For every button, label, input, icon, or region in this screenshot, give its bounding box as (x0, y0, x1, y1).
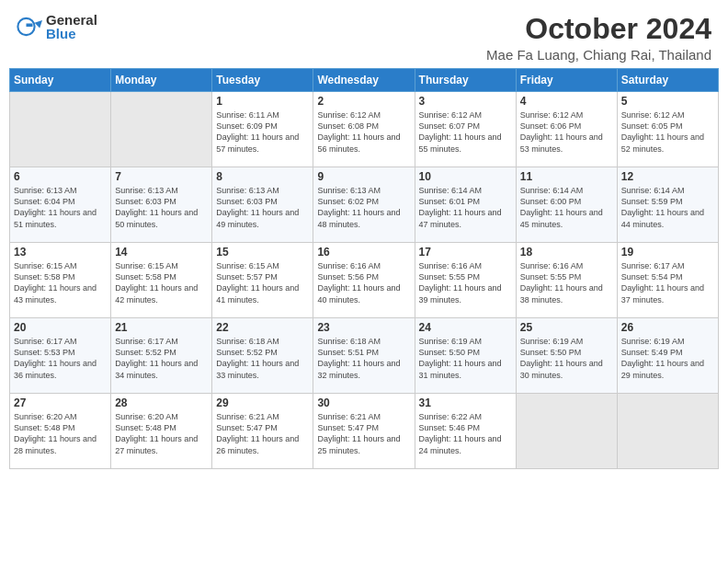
calendar-cell: 24Sunrise: 6:19 AMSunset: 5:50 PMDayligh… (415, 318, 516, 394)
day-number: 10 (419, 170, 512, 183)
day-number: 4 (520, 95, 613, 108)
calendar-cell: 22Sunrise: 6:18 AMSunset: 5:52 PMDayligh… (212, 318, 313, 394)
calendar: Sunday Monday Tuesday Wednesday Thursday… (0, 68, 728, 563)
col-monday: Monday (111, 69, 212, 92)
calendar-cell: 30Sunrise: 6:21 AMSunset: 5:47 PMDayligh… (313, 394, 415, 469)
day-number: 17 (419, 246, 512, 259)
svg-marker-1 (35, 20, 42, 28)
cell-info: Sunrise: 6:19 AMSunset: 5:50 PMDaylight:… (520, 336, 613, 381)
day-number: 28 (115, 396, 208, 409)
calendar-cell: 7Sunrise: 6:13 AMSunset: 6:03 PMDaylight… (111, 167, 212, 243)
day-number: 13 (14, 246, 107, 259)
cell-info: Sunrise: 6:19 AMSunset: 5:50 PMDaylight:… (419, 336, 512, 381)
calendar-cell: 21Sunrise: 6:17 AMSunset: 5:52 PMDayligh… (111, 318, 212, 394)
cell-info: Sunrise: 6:18 AMSunset: 5:52 PMDaylight:… (216, 336, 309, 381)
calendar-cell: 3Sunrise: 6:12 AMSunset: 6:07 PMDaylight… (415, 92, 516, 167)
cell-info: Sunrise: 6:13 AMSunset: 6:03 PMDaylight:… (115, 185, 208, 230)
day-number: 22 (216, 321, 309, 334)
day-number: 19 (621, 246, 714, 259)
cell-info: Sunrise: 6:13 AMSunset: 6:04 PMDaylight:… (14, 185, 107, 230)
logo-blue-text: Blue (46, 27, 97, 40)
subtitle: Mae Fa Luang, Chiang Rai, Thailand (486, 47, 711, 63)
calendar-week-row: 6Sunrise: 6:13 AMSunset: 6:04 PMDaylight… (10, 167, 719, 243)
calendar-cell: 20Sunrise: 6:17 AMSunset: 5:53 PMDayligh… (10, 318, 111, 394)
col-saturday: Saturday (617, 69, 718, 92)
day-number: 30 (317, 396, 410, 409)
header: General Blue October 2024 Mae Fa Luang, … (0, 0, 728, 68)
calendar-cell: 10Sunrise: 6:14 AMSunset: 6:01 PMDayligh… (415, 167, 516, 243)
cell-info: Sunrise: 6:12 AMSunset: 6:07 PMDaylight:… (419, 109, 512, 155)
calendar-cell: 16Sunrise: 6:16 AMSunset: 5:56 PMDayligh… (313, 243, 415, 318)
day-number: 3 (419, 95, 512, 108)
calendar-table: Sunday Monday Tuesday Wednesday Thursday… (9, 68, 719, 469)
calendar-cell: 19Sunrise: 6:17 AMSunset: 5:54 PMDayligh… (617, 243, 718, 318)
logo: General Blue (17, 13, 97, 40)
day-number: 9 (317, 170, 410, 183)
cell-info: Sunrise: 6:14 AMSunset: 5:59 PMDaylight:… (621, 185, 714, 230)
calendar-cell: 29Sunrise: 6:21 AMSunset: 5:47 PMDayligh… (212, 394, 313, 469)
day-number: 15 (216, 246, 309, 259)
calendar-cell: 13Sunrise: 6:15 AMSunset: 5:58 PMDayligh… (10, 243, 111, 318)
cell-info: Sunrise: 6:17 AMSunset: 5:53 PMDaylight:… (14, 336, 107, 381)
calendar-cell: 5Sunrise: 6:12 AMSunset: 6:05 PMDaylight… (617, 92, 718, 167)
calendar-cell: 18Sunrise: 6:16 AMSunset: 5:55 PMDayligh… (516, 243, 617, 318)
day-number: 24 (419, 321, 512, 334)
day-number: 1 (216, 95, 309, 108)
cell-info: Sunrise: 6:12 AMSunset: 6:05 PMDaylight:… (621, 109, 714, 155)
calendar-week-row: 1Sunrise: 6:11 AMSunset: 6:09 PMDaylight… (10, 92, 719, 167)
calendar-week-row: 13Sunrise: 6:15 AMSunset: 5:58 PMDayligh… (10, 243, 719, 318)
day-number: 7 (115, 170, 208, 183)
cell-info: Sunrise: 6:18 AMSunset: 5:51 PMDaylight:… (317, 336, 410, 381)
cell-info: Sunrise: 6:12 AMSunset: 6:08 PMDaylight:… (317, 109, 410, 155)
cell-info: Sunrise: 6:22 AMSunset: 5:46 PMDaylight:… (419, 411, 512, 456)
day-number: 23 (317, 321, 410, 334)
day-number: 16 (317, 246, 410, 259)
calendar-cell: 4Sunrise: 6:12 AMSunset: 6:06 PMDaylight… (516, 92, 617, 167)
cell-info: Sunrise: 6:14 AMSunset: 6:01 PMDaylight:… (419, 185, 512, 230)
cell-info: Sunrise: 6:17 AMSunset: 5:54 PMDaylight:… (621, 260, 714, 305)
calendar-cell: 2Sunrise: 6:12 AMSunset: 6:08 PMDaylight… (313, 92, 415, 167)
day-number: 29 (216, 396, 309, 409)
day-number: 26 (621, 321, 714, 334)
calendar-week-row: 20Sunrise: 6:17 AMSunset: 5:53 PMDayligh… (10, 318, 719, 394)
page: General Blue October 2024 Mae Fa Luang, … (0, 0, 728, 563)
calendar-cell (617, 394, 718, 469)
day-number: 21 (115, 321, 208, 334)
calendar-cell: 27Sunrise: 6:20 AMSunset: 5:48 PMDayligh… (10, 394, 111, 469)
cell-info: Sunrise: 6:16 AMSunset: 5:55 PMDaylight:… (419, 260, 512, 305)
calendar-cell: 26Sunrise: 6:19 AMSunset: 5:49 PMDayligh… (617, 318, 718, 394)
cell-info: Sunrise: 6:21 AMSunset: 5:47 PMDaylight:… (317, 411, 410, 456)
calendar-cell: 15Sunrise: 6:15 AMSunset: 5:57 PMDayligh… (212, 243, 313, 318)
logo-icon (17, 14, 42, 40)
calendar-cell: 1Sunrise: 6:11 AMSunset: 6:09 PMDaylight… (212, 92, 313, 167)
cell-info: Sunrise: 6:11 AMSunset: 6:09 PMDaylight:… (216, 109, 309, 155)
col-friday: Friday (516, 69, 617, 92)
day-number: 11 (520, 170, 613, 183)
cell-info: Sunrise: 6:21 AMSunset: 5:47 PMDaylight:… (216, 411, 309, 456)
cell-info: Sunrise: 6:15 AMSunset: 5:58 PMDaylight:… (115, 260, 208, 305)
header-row: Sunday Monday Tuesday Wednesday Thursday… (10, 69, 719, 92)
calendar-cell: 9Sunrise: 6:13 AMSunset: 6:02 PMDaylight… (313, 167, 415, 243)
calendar-cell (10, 92, 111, 167)
cell-info: Sunrise: 6:16 AMSunset: 5:55 PMDaylight:… (520, 260, 613, 305)
cell-info: Sunrise: 6:13 AMSunset: 6:02 PMDaylight:… (317, 185, 410, 230)
calendar-cell: 8Sunrise: 6:13 AMSunset: 6:03 PMDaylight… (212, 167, 313, 243)
cell-info: Sunrise: 6:20 AMSunset: 5:48 PMDaylight:… (14, 411, 107, 456)
cell-info: Sunrise: 6:17 AMSunset: 5:52 PMDaylight:… (115, 336, 208, 381)
calendar-cell: 25Sunrise: 6:19 AMSunset: 5:50 PMDayligh… (516, 318, 617, 394)
main-title: October 2024 (486, 13, 711, 45)
col-tuesday: Tuesday (212, 69, 313, 92)
calendar-cell: 14Sunrise: 6:15 AMSunset: 5:58 PMDayligh… (111, 243, 212, 318)
col-thursday: Thursday (415, 69, 516, 92)
calendar-cell: 6Sunrise: 6:13 AMSunset: 6:04 PMDaylight… (10, 167, 111, 243)
day-number: 31 (419, 396, 512, 409)
col-wednesday: Wednesday (313, 69, 415, 92)
cell-info: Sunrise: 6:16 AMSunset: 5:56 PMDaylight:… (317, 260, 410, 305)
cell-info: Sunrise: 6:19 AMSunset: 5:49 PMDaylight:… (621, 336, 714, 381)
calendar-cell: 28Sunrise: 6:20 AMSunset: 5:48 PMDayligh… (111, 394, 212, 469)
cell-info: Sunrise: 6:13 AMSunset: 6:03 PMDaylight:… (216, 185, 309, 230)
calendar-cell: 23Sunrise: 6:18 AMSunset: 5:51 PMDayligh… (313, 318, 415, 394)
day-number: 20 (14, 321, 107, 334)
calendar-cell: 11Sunrise: 6:14 AMSunset: 6:00 PMDayligh… (516, 167, 617, 243)
calendar-cell (111, 92, 212, 167)
